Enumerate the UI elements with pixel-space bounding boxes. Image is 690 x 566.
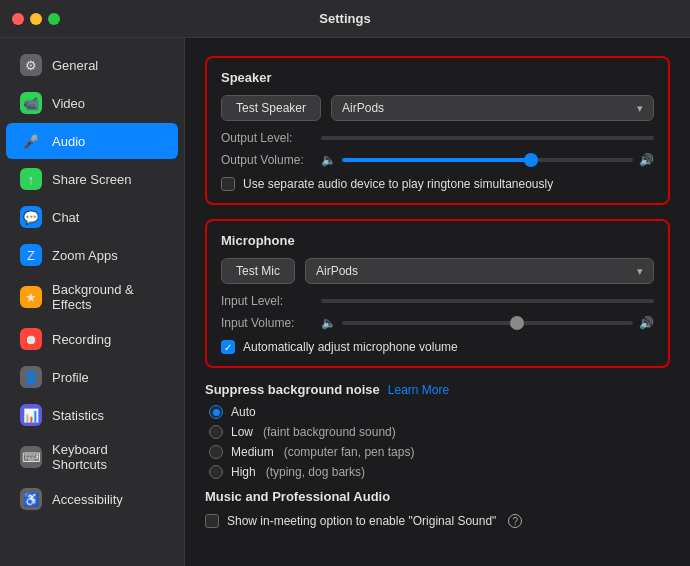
noise-suppress-options: AutoLow (faint background sound)Medium (…: [205, 405, 670, 479]
microphone-device-value: AirPods: [316, 264, 358, 278]
radio-row-auto[interactable]: Auto: [209, 405, 670, 419]
sidebar-label-chat: Chat: [52, 210, 79, 225]
sidebar-label-keyboard: Keyboard Shortcuts: [52, 442, 164, 472]
radio-row-high[interactable]: High (typing, dog barks): [209, 465, 670, 479]
share-screen-icon: ↑: [20, 168, 42, 190]
microphone-device-select[interactable]: AirPods ▾: [305, 258, 654, 284]
radio-label-low: Low: [231, 425, 253, 439]
input-slider-track[interactable]: [342, 321, 633, 325]
sidebar-label-audio: Audio: [52, 134, 85, 149]
sidebar-item-recording[interactable]: ⏺Recording: [6, 321, 178, 357]
sidebar-label-background: Background & Effects: [52, 282, 164, 312]
radio-auto[interactable]: [209, 405, 223, 419]
radio-label-medium: Medium: [231, 445, 274, 459]
sidebar: ⚙General📹Video🎤Audio↑Share Screen💬ChatZZ…: [0, 38, 185, 566]
sidebar-item-share-screen[interactable]: ↑Share Screen: [6, 161, 178, 197]
maximize-button[interactable]: [48, 13, 60, 25]
speaker-title: Speaker: [221, 70, 654, 85]
chat-icon: 💬: [20, 206, 42, 228]
sidebar-item-background[interactable]: ★Background & Effects: [6, 275, 178, 319]
auto-adjust-checkbox[interactable]: ✓: [221, 340, 235, 354]
title-bar: Settings: [0, 0, 690, 38]
test-mic-button[interactable]: Test Mic: [221, 258, 295, 284]
sidebar-label-statistics: Statistics: [52, 408, 104, 423]
sidebar-label-accessibility: Accessibility: [52, 492, 123, 507]
separate-audio-label: Use separate audio device to play ringto…: [243, 177, 553, 191]
sidebar-item-audio[interactable]: 🎤Audio: [6, 123, 178, 159]
sidebar-item-chat[interactable]: 💬Chat: [6, 199, 178, 235]
output-volume-row: Output Volume: 🔈 🔊: [221, 153, 654, 167]
sidebar-item-keyboard[interactable]: ⌨Keyboard Shortcuts: [6, 435, 178, 479]
microphone-section: Microphone Test Mic AirPods ▾ Input Leve…: [205, 219, 670, 368]
input-volume-row: Input Volume: 🔈 🔊: [221, 316, 654, 330]
speaker-device-row: Test Speaker AirPods ▾: [221, 95, 654, 121]
statistics-icon: 📊: [20, 404, 42, 426]
radio-row-medium[interactable]: Medium (computer fan, pen taps): [209, 445, 670, 459]
background-icon: ★: [20, 286, 42, 308]
radio-label-auto: Auto: [231, 405, 256, 419]
music-section: Music and Professional Audio Show in-mee…: [205, 489, 670, 528]
suppress-title-text: Suppress background noise: [205, 382, 380, 397]
separate-audio-row: Use separate audio device to play ringto…: [221, 177, 654, 191]
accessibility-icon: ♿: [20, 488, 42, 510]
sidebar-label-video: Video: [52, 96, 85, 111]
speaker-device-select[interactable]: AirPods ▾: [331, 95, 654, 121]
radio-sublabel-high: (typing, dog barks): [266, 465, 365, 479]
close-button[interactable]: [12, 13, 24, 25]
recording-icon: ⏺: [20, 328, 42, 350]
input-level-bar: [321, 299, 654, 303]
radio-row-low[interactable]: Low (faint background sound): [209, 425, 670, 439]
main-content: Speaker Test Speaker AirPods ▾ Output Le…: [185, 38, 690, 566]
sidebar-item-zoom-apps[interactable]: ZZoom Apps: [6, 237, 178, 273]
general-icon: ⚙: [20, 54, 42, 76]
sidebar-item-profile[interactable]: 👤Profile: [6, 359, 178, 395]
sidebar-label-general: General: [52, 58, 98, 73]
microphone-title: Microphone: [221, 233, 654, 248]
sidebar-label-share-screen: Share Screen: [52, 172, 132, 187]
traffic-lights: [12, 13, 60, 25]
sidebar-item-accessibility[interactable]: ♿Accessibility: [6, 481, 178, 517]
sidebar-item-statistics[interactable]: 📊Statistics: [6, 397, 178, 433]
separate-audio-checkbox[interactable]: [221, 177, 235, 191]
input-slider-thumb[interactable]: [510, 316, 524, 330]
volume-high-icon-mic: 🔊: [639, 316, 654, 330]
volume-high-icon: 🔊: [639, 153, 654, 167]
output-level-row: Output Level:: [221, 131, 654, 145]
radio-low[interactable]: [209, 425, 223, 439]
output-volume-slider[interactable]: 🔈 🔊: [321, 153, 654, 167]
output-slider-track[interactable]: [342, 158, 633, 162]
chevron-down-icon-mic: ▾: [637, 265, 643, 278]
input-level-row: Input Level:: [221, 294, 654, 308]
window-title: Settings: [319, 11, 370, 26]
output-level-bar: [321, 136, 654, 140]
sidebar-label-zoom-apps: Zoom Apps: [52, 248, 118, 263]
learn-more-link[interactable]: Learn More: [388, 383, 449, 397]
auto-adjust-label: Automatically adjust microphone volume: [243, 340, 458, 354]
suppress-title: Suppress background noise Learn More: [205, 382, 670, 397]
radio-high[interactable]: [209, 465, 223, 479]
radio-medium[interactable]: [209, 445, 223, 459]
video-icon: 📹: [20, 92, 42, 114]
sidebar-item-video[interactable]: 📹Video: [6, 85, 178, 121]
radio-label-high: High: [231, 465, 256, 479]
output-volume-label: Output Volume:: [221, 153, 311, 167]
output-slider-thumb[interactable]: [524, 153, 538, 167]
input-volume-label: Input Volume:: [221, 316, 311, 330]
sidebar-item-general[interactable]: ⚙General: [6, 47, 178, 83]
auto-adjust-row: ✓ Automatically adjust microphone volume: [221, 340, 654, 354]
help-icon[interactable]: ?: [508, 514, 522, 528]
input-level-label: Input Level:: [221, 294, 311, 308]
music-title: Music and Professional Audio: [205, 489, 670, 504]
volume-low-icon-mic: 🔈: [321, 316, 336, 330]
chevron-down-icon: ▾: [637, 102, 643, 115]
radio-sublabel-medium: (computer fan, pen taps): [284, 445, 415, 459]
minimize-button[interactable]: [30, 13, 42, 25]
app-body: ⚙General📹Video🎤Audio↑Share Screen💬ChatZZ…: [0, 38, 690, 566]
sidebar-label-profile: Profile: [52, 370, 89, 385]
keyboard-icon: ⌨: [20, 446, 42, 468]
show-option-label: Show in-meeting option to enable "Origin…: [227, 514, 496, 528]
input-volume-slider[interactable]: 🔈 🔊: [321, 316, 654, 330]
show-option-checkbox[interactable]: [205, 514, 219, 528]
test-speaker-button[interactable]: Test Speaker: [221, 95, 321, 121]
speaker-section: Speaker Test Speaker AirPods ▾ Output Le…: [205, 56, 670, 205]
